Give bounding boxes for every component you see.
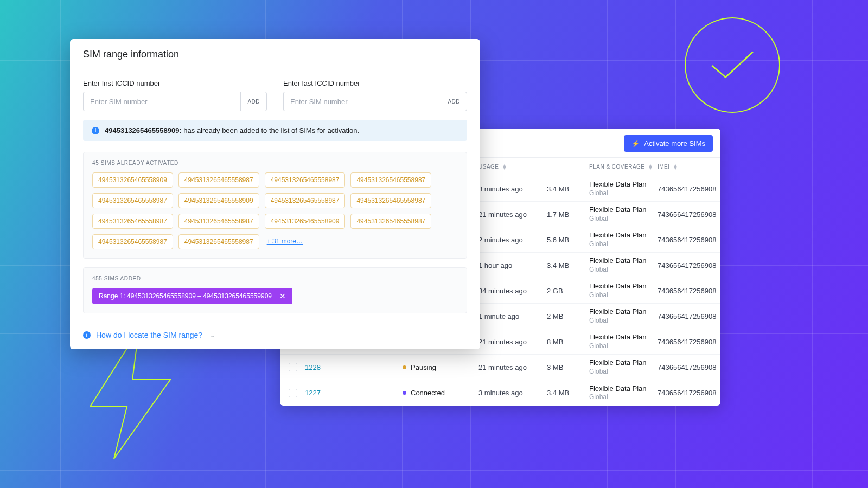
last-active: 21 minutes ago — [478, 210, 547, 219]
range-chip: Range 1: 4945313265465558909 – 494531326… — [92, 288, 292, 304]
sim-chip: 4945313265465558987 — [350, 172, 431, 188]
help-label: How do I locate the SIM range? — [96, 331, 202, 339]
last-active: 1 minute ago — [478, 312, 547, 320]
sim-id[interactable]: 1227 — [305, 389, 403, 397]
activated-section: 45 SIMS ALREADY ACTIVATED 49453132654655… — [83, 152, 467, 259]
info-icon: i — [92, 127, 99, 134]
imei: 743656417256908 — [658, 389, 720, 397]
info-banner: i 4945313265465558909: has already been … — [83, 120, 467, 141]
sort-icon: ▲▼ — [648, 164, 653, 170]
table-row: 1228Pausing21 minutes ago3 MBFlexible Da… — [280, 355, 720, 380]
imei: 743656417256908 — [658, 312, 720, 320]
plan-cell: Flexible Data PlanGlobal — [589, 256, 658, 273]
first-iccid-input[interactable] — [83, 92, 240, 111]
sort-icon: ▲▼ — [673, 164, 678, 170]
status-dot-icon — [403, 365, 406, 369]
last-iccid-label: Enter last ICCID number — [283, 79, 467, 87]
plan-cell: Flexible Data PlanGlobal — [589, 384, 658, 401]
sim-chip: 4945313265465558987 — [265, 193, 346, 208]
bolt-icon: ⚡ — [631, 140, 640, 147]
add-first-button[interactable]: ADD — [240, 92, 267, 111]
sim-chip: 4945313265465558987 — [350, 214, 431, 229]
sim-chip: 4945313265465558909 — [178, 193, 259, 208]
plan-cell: Flexible Data PlanGlobal — [589, 333, 658, 350]
status-cell: Pausing — [403, 363, 478, 371]
imei: 743656417256908 — [658, 338, 720, 346]
last-active: 21 minutes ago — [478, 338, 547, 346]
usage: 3.4 MB — [547, 185, 589, 193]
usage: 1.7 MB — [547, 210, 589, 219]
col-usage[interactable]: USAGE▲▼ — [478, 164, 547, 170]
sim-range-modal: SIM range information Enter first ICCID … — [70, 39, 480, 349]
plan-cell: Flexible Data PlanGlobal — [589, 358, 658, 375]
first-iccid-label: Enter first ICCID number — [83, 79, 267, 87]
last-active: 34 minutes ago — [478, 287, 547, 295]
sim-chip: 4945313265465558909 — [92, 172, 173, 188]
sim-chip: 4945313265465558987 — [178, 172, 259, 188]
sim-chip: 4945313265465558987 — [350, 193, 431, 208]
plan-cell: Flexible Data PlanGlobal — [589, 180, 658, 197]
close-icon[interactable]: ✕ — [278, 292, 287, 300]
sim-chip: 4945313265465558909 — [265, 214, 346, 229]
sim-chip: 4945313265465558987 — [92, 193, 173, 208]
status-cell: Connected — [403, 389, 478, 397]
usage: 2 GB — [547, 287, 589, 295]
usage: 3.4 MB — [547, 261, 589, 269]
info-icon: i — [83, 331, 91, 339]
sim-chip: 4945313265465558987 — [265, 172, 346, 188]
last-active: 1 hour ago — [478, 261, 547, 269]
help-toggle[interactable]: i How do I locate the SIM range? ⌄ — [70, 322, 480, 349]
checkmark-circle-icon — [685, 17, 780, 113]
usage: 3 MB — [547, 363, 589, 371]
add-last-button[interactable]: ADD — [441, 92, 467, 111]
usage: 5.6 MB — [547, 236, 589, 244]
sim-id[interactable]: 1228 — [305, 363, 403, 371]
sim-chip: 4945313265465558987 — [178, 214, 259, 229]
plan-cell: Flexible Data PlanGlobal — [589, 206, 658, 222]
imei: 743656417256908 — [658, 363, 720, 371]
plan-cell: Flexible Data PlanGlobal — [589, 231, 658, 248]
last-active: 3 minutes ago — [478, 389, 547, 397]
activate-more-sims-button[interactable]: ⚡ Activate more SIMs — [624, 135, 713, 152]
range-chip-label: Range 1: 4945313265465558909 – 494531326… — [99, 292, 272, 300]
imei: 743656417256908 — [658, 261, 720, 269]
sort-icon: ▲▼ — [502, 164, 507, 170]
usage: 3.4 MB — [547, 389, 589, 397]
added-section: 455 SIMS ADDED Range 1: 4945313265465558… — [83, 267, 467, 313]
last-active: 2 minutes ago — [478, 236, 547, 244]
col-plan[interactable]: PLAN & COVERAGE▲▼ — [589, 164, 658, 170]
usage: 8 MB — [547, 338, 589, 346]
table-row: 1227Connected3 minutes ago3.4 MBFlexible… — [280, 380, 720, 406]
modal-title: SIM range information — [83, 49, 467, 60]
imei: 743656417256908 — [658, 185, 720, 193]
last-iccid-input[interactable] — [283, 92, 441, 111]
last-active: 21 minutes ago — [478, 363, 547, 371]
sim-chip: 4945313265465558987 — [178, 234, 259, 249]
chevron-down-icon: ⌄ — [210, 332, 215, 339]
sim-chip: 4945313265465558987 — [92, 234, 173, 249]
added-title: 455 SIMS ADDED — [92, 275, 458, 281]
plan-cell: Flexible Data PlanGlobal — [589, 307, 658, 324]
activated-title: 45 SIMS ALREADY ACTIVATED — [92, 160, 458, 166]
row-checkbox[interactable] — [289, 389, 297, 397]
usage: 2 MB — [547, 312, 589, 320]
row-checkbox[interactable] — [289, 363, 297, 371]
imei: 743656417256908 — [658, 236, 720, 244]
more-link[interactable]: + 31 more… — [265, 234, 305, 249]
status-dot-icon — [403, 391, 406, 395]
imei: 743656417256908 — [658, 287, 720, 295]
activate-label: Activate more SIMs — [644, 139, 705, 147]
imei: 743656417256908 — [658, 210, 720, 219]
col-imei[interactable]: IMEI▲▼ — [658, 164, 720, 170]
plan-cell: Flexible Data PlanGlobal — [589, 282, 658, 299]
last-active: 3 minutes ago — [478, 185, 547, 193]
sim-chip: 4945313265465558987 — [92, 214, 173, 229]
